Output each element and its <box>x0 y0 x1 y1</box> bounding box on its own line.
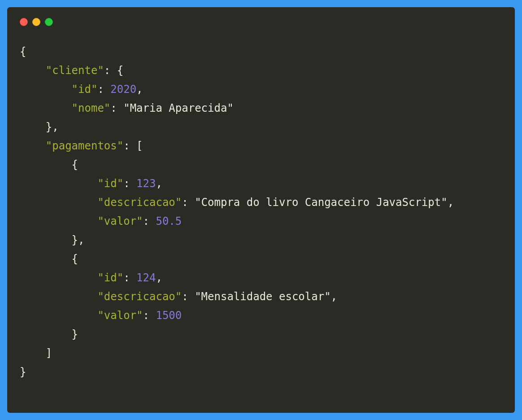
indent <box>72 290 98 303</box>
code-token: : <box>143 215 156 228</box>
indent <box>20 253 46 265</box>
window-titlebar <box>20 18 502 26</box>
indent <box>46 271 72 284</box>
code-token: "Mensalidade escolar" <box>195 290 331 303</box>
code-token: "nome" <box>72 102 111 114</box>
indent <box>20 347 46 359</box>
code-token: "Maria Aparecida" <box>123 102 234 114</box>
code-token: 124 <box>136 271 156 284</box>
code-token: "id" <box>97 271 123 284</box>
code-token: : [ <box>123 140 143 152</box>
indent <box>72 309 98 322</box>
indent <box>46 177 72 190</box>
code-token: : <box>182 290 195 303</box>
code-token: : <box>143 309 156 322</box>
indent <box>20 271 46 284</box>
code-block: { "cliente": { "id": 2020, "nome": "Mari… <box>20 42 502 381</box>
indent <box>46 309 72 322</box>
indent <box>20 290 46 303</box>
code-token: , <box>156 177 162 190</box>
code-token: 2020 <box>110 83 136 96</box>
code-token: "pagamentos" <box>46 140 123 152</box>
indent <box>46 102 72 114</box>
indent <box>20 328 46 341</box>
code-token: : <box>123 177 136 190</box>
indent <box>20 234 46 246</box>
code-token: } <box>20 366 26 378</box>
code-token: ] <box>46 347 52 359</box>
maximize-icon[interactable] <box>45 18 53 26</box>
indent <box>72 271 98 284</box>
code-token: 1500 <box>156 309 182 322</box>
code-token: "Compra do livro Cangaceiro JavaScript" <box>195 196 448 209</box>
indent <box>46 83 72 96</box>
code-token: : { <box>104 64 123 77</box>
code-token: , <box>156 271 162 284</box>
indent <box>20 196 46 209</box>
indent <box>46 328 72 341</box>
code-token: : <box>182 196 195 209</box>
code-window: { "cliente": { "id": 2020, "nome": "Mari… <box>7 7 515 413</box>
indent <box>20 177 46 190</box>
code-token: "descricacao" <box>97 290 182 303</box>
code-token: "valor" <box>97 309 143 322</box>
indent <box>20 158 46 171</box>
indent <box>46 158 72 171</box>
minimize-icon[interactable] <box>32 18 40 26</box>
code-token: { <box>72 253 78 265</box>
indent <box>46 290 72 303</box>
indent <box>20 309 46 322</box>
code-token: , <box>448 196 454 209</box>
indent <box>46 215 72 228</box>
code-token: : <box>97 83 110 96</box>
code-token: "valor" <box>97 215 143 228</box>
indent <box>20 64 46 77</box>
code-token: , <box>136 83 143 96</box>
code-token: "descricacao" <box>97 196 182 209</box>
indent <box>72 177 98 190</box>
indent <box>20 140 46 152</box>
code-token: 123 <box>136 177 156 190</box>
code-token: "cliente" <box>46 64 104 77</box>
code-token: : <box>123 271 136 284</box>
indent <box>20 215 46 228</box>
indent <box>72 196 98 209</box>
code-token: } <box>72 328 78 341</box>
indent <box>46 234 72 246</box>
indent <box>20 102 46 114</box>
indent <box>20 121 46 133</box>
indent <box>72 215 98 228</box>
code-token: "id" <box>97 177 123 190</box>
indent <box>46 196 72 209</box>
indent <box>20 83 46 96</box>
code-token: "id" <box>72 83 98 96</box>
close-icon[interactable] <box>20 18 28 26</box>
code-token: { <box>20 45 26 58</box>
indent <box>46 253 72 265</box>
code-token: 50.5 <box>156 215 182 228</box>
code-token: : <box>110 102 123 114</box>
code-token: }, <box>72 234 85 246</box>
code-token: { <box>72 158 78 171</box>
code-token: , <box>331 290 337 303</box>
code-token: }, <box>46 121 59 133</box>
